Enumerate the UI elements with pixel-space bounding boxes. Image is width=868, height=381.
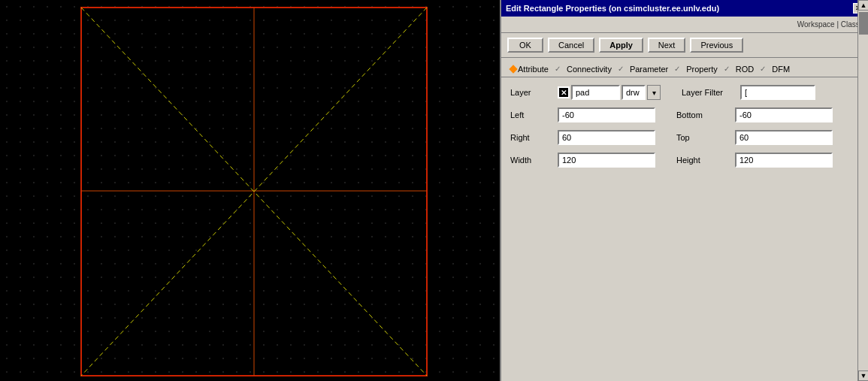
layer-swatch: ✕ [558, 86, 570, 98]
layer-filter-input[interactable] [740, 85, 815, 100]
tab-property[interactable]: Property [682, 63, 722, 75]
tab-dfm[interactable]: DFM [767, 63, 794, 75]
tabs-row: Attribute ✓ Connectivity ✓ Parameter ✓ P… [501, 58, 868, 77]
next-button[interactable]: Next [648, 38, 686, 53]
dialog-title: Edit Rectangle Properties (on csimcluste… [506, 4, 719, 13]
scrollbar-down-button[interactable]: ▼ [858, 370, 868, 381]
ok-button[interactable]: OK [507, 38, 543, 53]
layer-row: Layer ✕ ▾ Layer Filter [510, 85, 859, 100]
tab-sep1: ✓ [555, 65, 561, 73]
layer-box: ✕ ▾ [558, 85, 661, 100]
dialog-panel: Edit Rectangle Properties (on csimcluste… [500, 0, 868, 381]
tab-parameter[interactable]: Parameter [625, 63, 673, 75]
apply-button[interactable]: Apply [599, 38, 643, 53]
canvas-area [0, 0, 500, 381]
tab-connectivity[interactable]: Connectivity [562, 63, 616, 75]
tab-attribute-label: Attribute [518, 65, 549, 74]
right-top-row: Right Top [510, 130, 859, 145]
cancel-button[interactable]: Cancel [548, 38, 594, 53]
form-area: Layer ✕ ▾ Layer Filter Left Bottom Right… [501, 77, 868, 183]
bottom-input[interactable] [735, 107, 833, 122]
tab-connectivity-label: Connectivity [567, 65, 612, 74]
layer-filter-label: Layer Filter [682, 88, 734, 97]
left-bottom-row: Left Bottom [510, 107, 859, 122]
top-toolbar: Workspace | Classic [501, 17, 868, 33]
width-input[interactable] [558, 153, 655, 168]
top-input[interactable] [735, 130, 833, 145]
bottom-label: Bottom [676, 110, 729, 119]
right-label: Right [510, 133, 552, 142]
tab-dfm-label: DFM [772, 65, 790, 74]
tab-parameter-label: Parameter [630, 65, 668, 74]
height-label: Height [676, 156, 729, 165]
layer-swatch-x-icon: ✕ [561, 89, 567, 97]
left-input[interactable] [558, 107, 655, 122]
top-label: Top [676, 133, 729, 142]
tab-property-label: Property [686, 65, 718, 74]
layer-type-input[interactable] [622, 85, 646, 100]
layer-label: Layer [510, 88, 552, 97]
height-input[interactable] [735, 153, 833, 168]
left-label: Left [510, 110, 552, 119]
scrollbar[interactable]: ▲ ▼ [857, 0, 868, 381]
dialog-title-bar: Edit Rectangle Properties (on csimcluste… [501, 0, 868, 17]
width-label: Width [510, 156, 552, 165]
width-height-row: Width Height [510, 153, 859, 168]
tab-sep2: ✓ [618, 65, 624, 73]
layer-name-input[interactable] [571, 85, 620, 100]
scrollbar-up-button[interactable]: ▲ [858, 0, 868, 11]
tab-sep4: ✓ [724, 65, 730, 73]
button-row: OK Cancel Apply Next Previous [501, 33, 868, 58]
tab-sep5: ✓ [760, 65, 766, 73]
workspace-label: Workspace | Classic [797, 20, 865, 29]
tab-rod[interactable]: ROD [731, 63, 758, 75]
attribute-diamond-icon [509, 65, 517, 73]
right-input[interactable] [558, 130, 655, 145]
tab-rod-label: ROD [736, 65, 754, 74]
tab-attribute[interactable]: Attribute [506, 63, 553, 75]
scrollbar-thumb[interactable] [859, 12, 868, 35]
layer-dropdown-button[interactable]: ▾ [647, 85, 661, 100]
canvas-svg [0, 0, 500, 381]
previous-button[interactable]: Previous [690, 38, 743, 53]
tab-sep3: ✓ [674, 65, 680, 73]
